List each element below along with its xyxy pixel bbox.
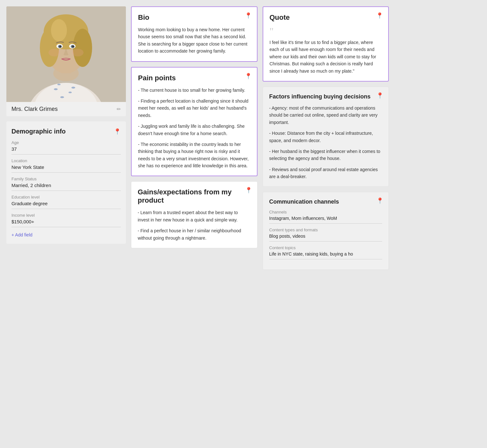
svg-point-5 <box>71 87 75 89</box>
factor-2: - House: Distance from the city + local … <box>269 130 382 144</box>
svg-point-21 <box>48 49 60 56</box>
factor-1: - Agency: most of the communications and… <box>269 105 382 126</box>
svg-point-22 <box>72 49 84 56</box>
svg-point-20 <box>53 65 79 81</box>
pain-point-2: - Finding a perfect location is challeng… <box>138 98 251 119</box>
left-column: Mrs. Clark Grimes ✏ Demographic info 📍 A… <box>6 6 126 270</box>
gains-pin-icon: 📍 <box>245 187 252 194</box>
profile-name: Mrs. Clark Grimes <box>11 106 58 112</box>
middle-column: 📍 Bio Working mom looking to buy a new h… <box>131 6 258 270</box>
demographic-title: Demographic info <box>11 128 66 135</box>
gains-card: 📍 Gains/expectations from my product - L… <box>131 181 258 248</box>
channels-value: Instagram, Mom influencers, WoM <box>269 216 382 224</box>
quote-title: Quote <box>270 13 382 22</box>
communication-card: 📍 Communication channels Channels Instag… <box>263 192 389 270</box>
svg-point-12 <box>73 29 92 67</box>
income-label: Income level <box>11 213 121 218</box>
quote-pin-icon: 📍 <box>376 12 383 19</box>
gain-2: - Find a perfect house in her / similar … <box>138 227 251 242</box>
profile-card: Mrs. Clark Grimes ✏ <box>6 6 126 116</box>
demographic-card: Demographic info 📍 Age 37 Location New Y… <box>6 121 126 244</box>
profile-image <box>6 6 126 102</box>
factors-card: 📍 Factors influencing buying decisions -… <box>263 87 389 187</box>
pain-point-4: - The economic instability in the countr… <box>138 141 251 170</box>
pin-icon: 📍 <box>114 128 121 135</box>
bio-pin-icon: 📍 <box>245 12 252 19</box>
pain-points-card: 📍 Pain points - The current house is too… <box>131 67 258 177</box>
family-status-label: Family Status <box>11 177 121 181</box>
age-field-group: Age 37 <box>11 140 121 155</box>
channels-group: Channels Instagram, Mom influencers, WoM <box>269 210 382 224</box>
content-types-value: Blog posts, videos <box>269 234 382 242</box>
pain-point-1: - The current house is too small for her… <box>138 87 251 94</box>
quote-mark: " <box>270 26 382 36</box>
right-column: 📍 Quote " I feel like it's time for us t… <box>263 6 389 270</box>
family-status-field-group: Family Status Married, 2 children <box>11 177 121 191</box>
factor-4: - Reviews and social proof around real e… <box>269 166 382 180</box>
gains-body: - Learn from a trusted expert about the … <box>138 209 251 242</box>
quote-card: 📍 Quote " I feel like it's time for us t… <box>263 6 389 82</box>
svg-point-19 <box>72 46 74 47</box>
education-field-group: Education level Graduate degree <box>11 195 121 209</box>
demographic-header: Demographic info 📍 <box>11 128 121 135</box>
location-value: New York State <box>11 164 121 173</box>
svg-point-7 <box>60 96 64 98</box>
content-types-label: Content types and formats <box>269 228 382 232</box>
content-types-group: Content types and formats Blog posts, vi… <box>269 228 382 242</box>
gains-title: Gains/expectations from my product <box>138 188 251 205</box>
profile-name-row: Mrs. Clark Grimes ✏ <box>6 102 126 116</box>
factors-body: - Agency: most of the communications and… <box>269 105 382 180</box>
factors-title: Factors influencing buying decisions <box>269 93 382 100</box>
income-field-group: Income level $150,000+ <box>11 213 121 227</box>
bio-title: Bio <box>138 13 251 22</box>
age-value: 37 <box>11 146 121 155</box>
communication-title: Communication channels <box>269 199 382 205</box>
content-topics-group: Content topics Life in NYC state, raisin… <box>269 245 382 259</box>
communication-pin-icon: 📍 <box>376 197 383 204</box>
gain-1: - Learn from a trusted expert about the … <box>138 209 251 223</box>
svg-point-3 <box>54 88 58 90</box>
location-field-group: Location New York State <box>11 158 121 173</box>
content-topics-value: Life in NYC state, raising kids, buying … <box>269 251 382 259</box>
quote-body: I feel like it's time for us to find a b… <box>270 39 382 75</box>
age-label: Age <box>11 140 121 145</box>
profile-avatar-svg <box>6 6 126 102</box>
bio-card: 📍 Bio Working mom looking to buy a new h… <box>131 6 258 62</box>
svg-point-4 <box>57 84 61 85</box>
channels-label: Channels <box>269 210 382 214</box>
education-label: Education level <box>11 195 121 199</box>
location-label: Location <box>11 158 121 163</box>
svg-point-18 <box>59 46 61 47</box>
add-field-label: + Add field <box>11 232 33 237</box>
factor-3: - Her husband is the biggest influencer … <box>269 148 382 162</box>
edit-icon[interactable]: ✏ <box>117 106 121 112</box>
bio-body: Working mom looking to buy a new home. H… <box>138 26 251 55</box>
education-value: Graduate degree <box>11 201 121 209</box>
pain-points-pin-icon: 📍 <box>245 73 252 80</box>
svg-point-6 <box>69 92 72 93</box>
family-status-value: Married, 2 children <box>11 183 121 191</box>
factors-pin-icon: 📍 <box>376 92 383 99</box>
content-topics-label: Content topics <box>269 245 382 250</box>
add-field-button[interactable]: + Add field <box>11 232 33 237</box>
pain-point-3: - Juggling work and family life is also … <box>138 123 251 137</box>
pain-points-title: Pain points <box>138 74 251 82</box>
svg-point-13 <box>51 19 67 41</box>
income-value: $150,000+ <box>11 219 121 227</box>
pain-points-body: - The current house is too small for her… <box>138 87 251 170</box>
